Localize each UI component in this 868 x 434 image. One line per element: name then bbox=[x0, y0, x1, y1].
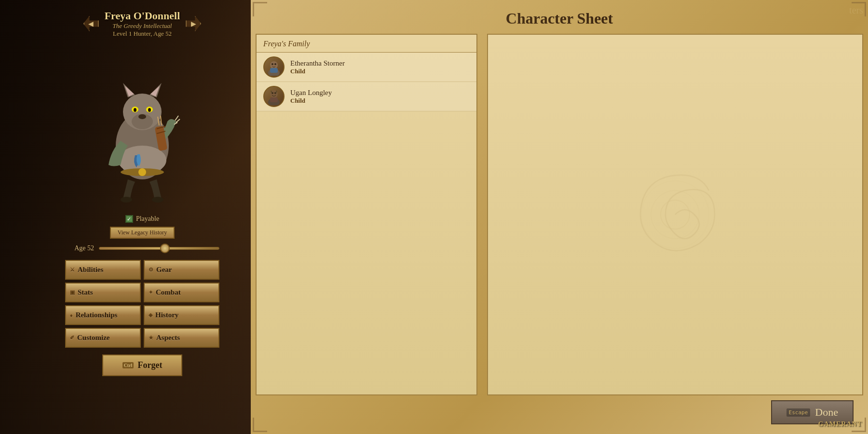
character-name-block: Freya O'Donnell The Greedy Intellectual … bbox=[105, 10, 180, 38]
combat-icon: ✦ bbox=[149, 289, 153, 296]
age-slider-row: Age 52 bbox=[65, 244, 219, 252]
forget-button[interactable]: Ctrl Forget bbox=[102, 354, 183, 376]
forget-label: Forget bbox=[137, 360, 162, 370]
customize-icon: ✐ bbox=[70, 335, 74, 341]
svg-point-22 bbox=[270, 61, 278, 69]
playable-label: Playable bbox=[136, 215, 159, 223]
member-info: Ugan Longley Child bbox=[290, 89, 332, 105]
legacy-history-button[interactable]: View Legacy History bbox=[110, 227, 175, 239]
forget-kbd: Ctrl bbox=[122, 362, 134, 368]
svg-point-24 bbox=[271, 63, 273, 65]
character-portrait bbox=[60, 44, 224, 208]
right-content-panel bbox=[487, 34, 863, 395]
family-panel: Freya's Family Etherantha Storner Chil bbox=[256, 34, 477, 395]
stats-icon: ▣ bbox=[70, 289, 75, 296]
character-artwork bbox=[84, 49, 200, 203]
svg-point-8 bbox=[148, 108, 151, 112]
character-level: Level 1 Hunter, Age 52 bbox=[105, 30, 180, 38]
aspects-button[interactable]: ★ Aspects bbox=[144, 328, 219, 348]
avatar bbox=[263, 86, 285, 107]
character-panel: ◀ Freya O'Donnell The Greedy Intellectua… bbox=[48, 10, 236, 424]
next-character-button[interactable]: ▶ bbox=[186, 16, 201, 31]
age-label: Age 52 bbox=[65, 244, 94, 252]
svg-point-25 bbox=[274, 63, 276, 65]
corner-decoration-bl bbox=[253, 418, 267, 432]
abilities-icon: ⚔ bbox=[70, 267, 75, 273]
member-relation: Child bbox=[290, 68, 345, 75]
list-item[interactable]: Ugan Longley Child bbox=[257, 82, 476, 111]
family-header: Freya's Family bbox=[257, 35, 476, 53]
history-icon: ◈ bbox=[149, 312, 152, 318]
age-slider-thumb[interactable] bbox=[160, 244, 170, 253]
history-button[interactable]: ◈ History bbox=[144, 305, 219, 325]
character-name: Freya O'Donnell bbox=[105, 10, 180, 22]
relationships-button[interactable]: ♦ Relationships bbox=[65, 305, 141, 325]
svg-rect-26 bbox=[270, 68, 278, 73]
gear-icon: ⚙ bbox=[149, 267, 153, 273]
done-kbd: Escape bbox=[787, 408, 811, 417]
relationships-icon: ♦ bbox=[70, 312, 73, 318]
list-item[interactable]: Etherantha Storner Child bbox=[257, 53, 476, 82]
character-sheet-panel: Character Sheet Freya's Family bbox=[251, 0, 868, 434]
member-name: Ugan Longley bbox=[290, 89, 332, 97]
abilities-button[interactable]: ⚔ Abilities bbox=[65, 260, 141, 280]
playable-row: ✓ Playable bbox=[125, 215, 159, 223]
member-relation: Child bbox=[290, 97, 332, 105]
avatar bbox=[263, 56, 285, 78]
svg-point-4 bbox=[138, 114, 146, 119]
customize-button[interactable]: ✐ Customize bbox=[65, 328, 141, 348]
member-name: Etherantha Storner bbox=[290, 59, 345, 68]
swirl-decoration bbox=[627, 166, 723, 263]
combat-button[interactable]: ✦ Combat bbox=[144, 283, 219, 302]
svg-point-15 bbox=[121, 197, 132, 203]
done-label: Done bbox=[815, 406, 838, 419]
character-epithet: The Greedy Intellectual bbox=[105, 22, 180, 30]
svg-point-7 bbox=[134, 108, 136, 112]
game-logo: GAMERANT bbox=[818, 420, 862, 428]
prev-character-button[interactable]: ◀ bbox=[83, 16, 99, 31]
character-header: ◀ Freya O'Donnell The Greedy Intellectua… bbox=[83, 10, 202, 38]
member-info: Etherantha Storner Child bbox=[290, 59, 345, 75]
sheet-title: Character Sheet bbox=[251, 0, 868, 37]
corner-decoration-tl bbox=[253, 2, 267, 16]
gear-button[interactable]: ⚙ Gear bbox=[144, 260, 219, 280]
partial-menu-text: ters bbox=[849, 5, 863, 16]
stats-button[interactable]: ▣ Stats bbox=[65, 283, 141, 302]
sheet-content: Freya's Family Etherantha Storner Chil bbox=[251, 34, 868, 395]
svg-point-14 bbox=[138, 168, 146, 176]
age-slider-track[interactable] bbox=[99, 247, 219, 250]
aspects-icon: ★ bbox=[149, 335, 153, 341]
svg-point-16 bbox=[152, 197, 163, 203]
svg-rect-31 bbox=[270, 97, 278, 102]
character-actions-grid: ⚔ Abilities ⚙ Gear ▣ Stats ✦ Combat ♦ Re… bbox=[65, 260, 219, 348]
playable-checkbox[interactable]: ✓ bbox=[125, 215, 133, 223]
